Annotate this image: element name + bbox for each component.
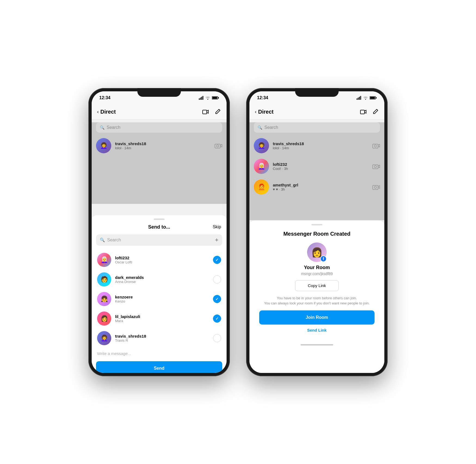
- join-room-button[interactable]: Join Room: [259, 310, 375, 325]
- copy-link-button[interactable]: Copy Link: [295, 280, 339, 291]
- avatar-lofti-right: 👩‍🦳: [254, 159, 269, 174]
- write-message[interactable]: Write a message...: [92, 348, 227, 359]
- nav-icons-left: [202, 108, 221, 115]
- wifi-icon-right: [363, 96, 368, 100]
- contact-info-lapis: lil_lapislazuli Mara: [115, 314, 209, 323]
- video-icon-right[interactable]: [360, 108, 367, 115]
- battery-icon: [212, 96, 219, 100]
- camera-icon-travis-left[interactable]: [215, 142, 222, 150]
- dm-item-travis-right[interactable]: 👩‍🦱 travis_shreds18 lolol · 14m: [249, 135, 384, 156]
- send-link-button[interactable]: Send Link: [255, 328, 379, 335]
- contact-item-dark[interactable]: 🧑 dark_emeralds Anna Dronse: [92, 270, 227, 289]
- svg-rect-3: [203, 96, 203, 100]
- contact-info-kenzo: kenzoere Kenzo: [115, 295, 209, 303]
- send-button[interactable]: Send: [96, 361, 222, 373]
- left-phone: 12:34: [88, 88, 230, 376]
- check-dark[interactable]: [213, 275, 221, 284]
- check-kenzo[interactable]: [213, 295, 221, 303]
- status-icons-right: [357, 96, 377, 100]
- svg-point-23: [374, 186, 376, 188]
- room-name: Your Room: [255, 265, 379, 270]
- sheet-handle-left: [154, 219, 165, 220]
- compose-icon-left[interactable]: [214, 108, 221, 115]
- dm-name-lofti-right: lofti232: [273, 162, 369, 167]
- back-button-left[interactable]: ‹: [97, 109, 99, 115]
- right-phone: 12:34: [246, 88, 388, 376]
- svg-rect-10: [357, 98, 357, 100]
- dm-sub-amethyst-right: ♥️ ♥️ · 3h: [273, 187, 369, 191]
- contact-fullname-lapis: Mara: [115, 319, 209, 323]
- dm-name-travis-left: travis_shreds18: [115, 141, 211, 146]
- dm-name-travis-right: travis_shreds18: [273, 141, 369, 146]
- search-text-left: Search: [107, 125, 120, 130]
- avatar-kenzo-left: 👧: [97, 292, 111, 306]
- contact-fullname-dark: Anna Dronse: [115, 280, 209, 284]
- fb-icon: f: [323, 257, 324, 261]
- fb-badge: f: [320, 256, 327, 262]
- avatar-lofti-left: 👩‍🦳: [97, 253, 111, 267]
- time-right: 12:34: [257, 95, 268, 100]
- time-left: 12:34: [99, 95, 110, 100]
- compose-icon-right[interactable]: [372, 108, 379, 115]
- wifi-icon: [205, 96, 210, 100]
- sheet-search-box[interactable]: 🔍 Search +: [96, 234, 222, 246]
- nav-title-left: Direct: [100, 109, 202, 115]
- avatar-travis-right: 👩‍🦱: [254, 138, 269, 153]
- contact-fullname-kenzo: Kenzo: [115, 299, 209, 303]
- sheet-header-left: Send to... Skip: [92, 224, 227, 234]
- contact-item-lofti[interactable]: 👩‍🦳 lofti232 Oscar Lofti: [92, 250, 227, 270]
- video-icon-left[interactable]: [202, 108, 209, 115]
- battery-icon-right: [370, 96, 377, 100]
- avatar-travis-left2: 👩‍🦱: [97, 331, 111, 345]
- sheet-content-right: Messenger Room Created 👩 f Your Room msn…: [249, 230, 384, 341]
- dm-search-right[interactable]: 🔍 Search: [254, 122, 380, 133]
- svg-rect-12: [359, 97, 360, 100]
- dm-item-amethyst-right[interactable]: 🧑‍🦰 amethyst_grl ♥️ ♥️ · 3h: [249, 177, 384, 197]
- contact-info-dark: dark_emeralds Anna Dronse: [115, 275, 209, 284]
- contact-name-travis: travis_shreds18: [115, 334, 209, 338]
- contact-name-lofti: lofti232: [115, 256, 209, 260]
- check-lapis[interactable]: [213, 314, 221, 323]
- contact-item-travis[interactable]: 👩‍🦱 travis_shreds18 Travis R: [92, 328, 227, 348]
- signal-icon-right: [357, 96, 361, 100]
- search-icon-right: 🔍: [258, 125, 262, 130]
- camera-icon-amethyst-right[interactable]: [372, 183, 380, 191]
- notch: [137, 88, 181, 97]
- svg-rect-17: [360, 110, 364, 114]
- room-description: You have to be in your room before other…: [255, 295, 379, 306]
- dm-search-left[interactable]: 🔍 Search: [96, 122, 222, 133]
- check-travis[interactable]: [213, 334, 221, 342]
- sheet-handle-right: [311, 224, 322, 225]
- sheet-title-left: Send to...: [148, 224, 170, 230]
- avatar-dark-left: 🧑: [97, 272, 111, 287]
- nav-bar-right: ‹ Direct: [249, 104, 384, 120]
- contact-info-lofti: lofti232 Oscar Lofti: [115, 256, 209, 264]
- check-lofti[interactable]: [213, 256, 221, 264]
- svg-point-19: [374, 145, 376, 147]
- screen-left: 12:34: [92, 91, 227, 373]
- send-button-label: Send: [154, 366, 164, 371]
- avatar-lapis-left: 👩: [97, 312, 111, 326]
- dm-item-lofti-right[interactable]: 👩‍🦳 lofti232 Cool! · 3h: [249, 156, 384, 177]
- avatar-amethyst-right: 🧑‍🦰: [254, 179, 269, 195]
- back-button-right[interactable]: ‹: [255, 109, 256, 115]
- svg-rect-1: [200, 98, 201, 100]
- sheet-search-icon: 🔍: [100, 238, 105, 242]
- avatar-travis-left: 👩‍🦱: [96, 138, 111, 153]
- skip-button[interactable]: Skip: [213, 225, 221, 229]
- dm-sub-travis-left: lolol · 14m: [115, 146, 211, 150]
- camera-icon-lofti-right[interactable]: [372, 163, 380, 170]
- dm-item-travis-left[interactable]: 👩‍🦱 travis_shreds18 lolol · 14m: [92, 135, 227, 156]
- join-room-label: Join Room: [306, 315, 328, 320]
- contact-item-kenzo[interactable]: 👧 kenzoere Kenzo: [92, 289, 227, 309]
- svg-rect-16: [370, 97, 375, 99]
- dm-sub-travis-right: lolol · 14m: [273, 146, 369, 150]
- signal-icon: [199, 96, 204, 100]
- contact-item-lapis[interactable]: 👩 lil_lapislazuli Mara: [92, 309, 227, 328]
- copy-link-label: Copy Link: [308, 283, 326, 288]
- contact-info-travis: travis_shreds18 Travis R: [115, 334, 209, 342]
- sheet-search-plus-icon[interactable]: +: [215, 236, 218, 244]
- camera-icon-travis-right[interactable]: [372, 142, 380, 150]
- contact-name-kenzo: kenzoere: [115, 295, 209, 299]
- svg-rect-0: [199, 98, 200, 100]
